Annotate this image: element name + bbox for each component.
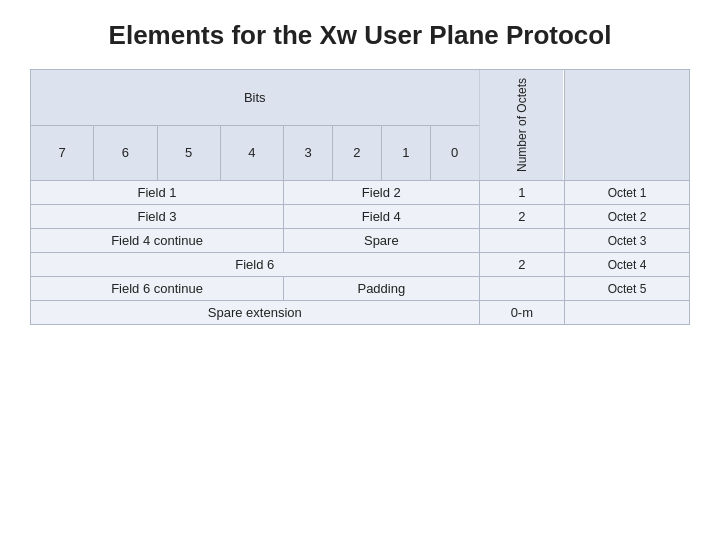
table-row: Field 6 continue Padding Octet 5	[31, 277, 690, 301]
field6-continue-cell: Field 6 continue	[31, 277, 284, 301]
bit-1: 1	[381, 125, 430, 181]
table-wrapper: Bits Number of Octets 7 6 5 4 3 2 1 0 Fi…	[30, 69, 690, 325]
main-table: Bits Number of Octets 7 6 5 4 3 2 1 0 Fi…	[30, 69, 690, 325]
spare-cell: Spare	[284, 229, 480, 253]
row4-octet: Octet 4	[565, 253, 690, 277]
table-row: Spare extension 0-m	[31, 301, 690, 325]
bit-3: 3	[284, 125, 333, 181]
table-row: Field 4 continue Spare Octet 3	[31, 229, 690, 253]
bits-header: Bits	[31, 70, 480, 126]
bit-5: 5	[157, 125, 220, 181]
spare-ext-cell: Spare extension	[31, 301, 480, 325]
page-title: Elements for the Xw User Plane Protocol	[109, 20, 612, 51]
bit-7: 7	[31, 125, 94, 181]
row3-octet: Octet 3	[565, 229, 690, 253]
row6-num: 0-m	[479, 301, 564, 325]
row5-num	[479, 277, 564, 301]
num-octets-header: Number of Octets	[479, 70, 564, 181]
table-row: Field 1 Field 2 1 Octet 1	[31, 181, 690, 205]
row1-octet: Octet 1	[565, 181, 690, 205]
bit-2: 2	[332, 125, 381, 181]
bit-4: 4	[220, 125, 283, 181]
bit-0: 0	[430, 125, 479, 181]
field3-cell: Field 3	[31, 205, 284, 229]
row4-num: 2	[479, 253, 564, 277]
field6-cell: Field 6	[31, 253, 480, 277]
row5-octet: Octet 5	[565, 277, 690, 301]
table-row: Field 3 Field 4 2 Octet 2	[31, 205, 690, 229]
field1-cell: Field 1	[31, 181, 284, 205]
row2-num: 2	[479, 205, 564, 229]
row2-octet: Octet 2	[565, 205, 690, 229]
row6-octet	[565, 301, 690, 325]
field4-cell: Field 4	[284, 205, 480, 229]
field2-cell: Field 2	[284, 181, 480, 205]
field4-continue-cell: Field 4 continue	[31, 229, 284, 253]
padding-cell: Padding	[284, 277, 480, 301]
table-row: Field 6 2 Octet 4	[31, 253, 690, 277]
row3-num	[479, 229, 564, 253]
bit-6: 6	[94, 125, 157, 181]
octet-col-header	[565, 70, 690, 181]
row1-num: 1	[479, 181, 564, 205]
